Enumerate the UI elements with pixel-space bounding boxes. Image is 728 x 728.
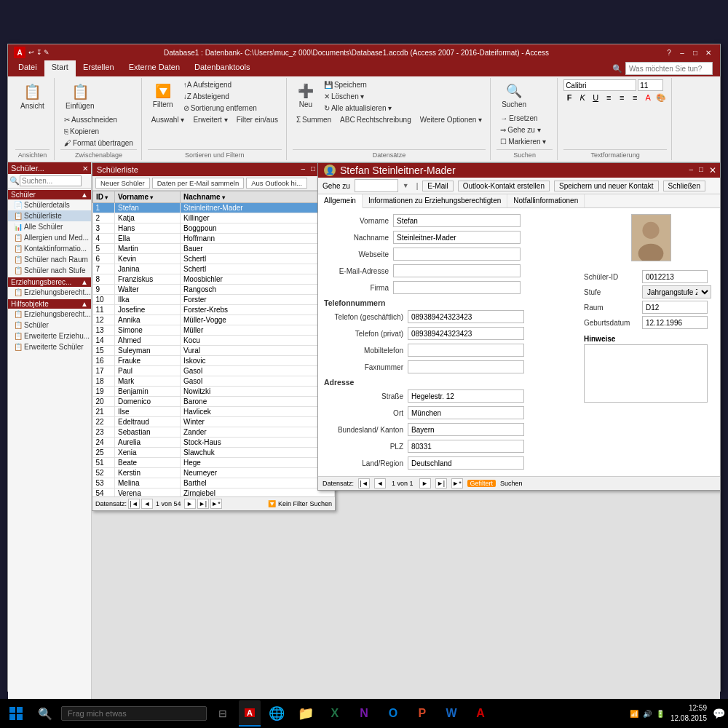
table-row[interactable]: 23 Sebastian Zander bbox=[93, 427, 335, 438]
strasse-input[interactable] bbox=[408, 389, 524, 403]
taskbar-search-icon[interactable]: 🔍 bbox=[32, 700, 58, 727]
minimize-btn[interactable]: – bbox=[676, 47, 688, 58]
table-row[interactable]: 9 Walter Rangosch bbox=[93, 285, 335, 295]
nav-item-erziehungsberecht2[interactable]: 📋 Erziehungsberecht... bbox=[8, 309, 91, 320]
align-left-button[interactable]: ≡ bbox=[603, 92, 614, 103]
new-record-btn[interactable]: ►* bbox=[210, 499, 222, 509]
aus-outlook-button[interactable]: Aus Outlook hi... bbox=[246, 178, 307, 189]
table-row[interactable]: 19 Benjamin Nowitzki bbox=[93, 387, 335, 397]
nav-item-alle-schueler[interactable]: 📊 Alle Schüler bbox=[8, 221, 91, 232]
excel-icon-btn[interactable]: X bbox=[322, 700, 348, 727]
table-row[interactable]: 7 Janina Schertl bbox=[93, 264, 335, 274]
italic-button[interactable]: K bbox=[577, 92, 588, 103]
filtern-button[interactable]: 🔽 Filtern bbox=[148, 79, 178, 114]
firma-input[interactable] bbox=[393, 281, 521, 294]
sortierung-entfernen-button[interactable]: ⊘ Sortierung entfernen bbox=[180, 103, 261, 114]
font-color-button[interactable]: A bbox=[642, 92, 654, 103]
battery-icon[interactable]: 🔋 bbox=[656, 710, 665, 718]
access-app-button[interactable]: A bbox=[239, 700, 261, 727]
table-row[interactable]: 52 Kerstin Neumeyer bbox=[93, 468, 335, 478]
nav-search-input[interactable] bbox=[20, 175, 82, 186]
goto-input[interactable] bbox=[355, 179, 398, 192]
nachname-input[interactable] bbox=[393, 231, 521, 244]
last-btn[interactable]: ►| bbox=[197, 499, 209, 509]
detail-new-btn[interactable]: ►* bbox=[451, 478, 463, 488]
tab-erstellen[interactable]: Erstellen bbox=[76, 60, 122, 76]
land-input[interactable] bbox=[408, 456, 524, 470]
email-button[interactable]: E-Mail bbox=[422, 181, 453, 191]
schueler-id-input[interactable] bbox=[642, 270, 708, 283]
schuelerliste-minimize[interactable]: – bbox=[298, 165, 307, 175]
outlook-button[interactable]: Outlook-Kontakt erstellen bbox=[458, 181, 550, 191]
erweitert-button[interactable]: Erweitert ▾ bbox=[189, 114, 231, 125]
aktualisieren-button[interactable]: ↻ Alle aktualisieren ▾ bbox=[320, 103, 395, 114]
fax-input[interactable] bbox=[408, 360, 524, 373]
table-row[interactable]: 54 Verena Zirngiebel bbox=[93, 488, 335, 497]
raum-input[interactable] bbox=[642, 301, 708, 314]
nav-section-schueler[interactable]: Schüler ▲ bbox=[8, 190, 91, 199]
tel-privat-input[interactable] bbox=[408, 327, 524, 340]
font-size-input[interactable] bbox=[638, 79, 663, 91]
bg-color-button[interactable]: 🎨 bbox=[655, 92, 667, 103]
table-row[interactable]: 21 Ilse Havlicek bbox=[93, 407, 335, 417]
close-btn[interactable]: ✕ bbox=[703, 47, 714, 58]
tab-start[interactable]: Start bbox=[44, 60, 76, 76]
word-icon-btn[interactable]: W bbox=[438, 700, 464, 727]
table-row[interactable]: 53 Melina Barthel bbox=[93, 478, 335, 488]
detail-maximize[interactable]: □ bbox=[697, 165, 705, 175]
table-row[interactable]: 6 Kevin Schertl bbox=[93, 254, 335, 264]
maximize-btn[interactable]: □ bbox=[689, 47, 701, 58]
table-row[interactable]: 3 Hans Boggpoun bbox=[93, 223, 335, 234]
absteigend-button[interactable]: ↓Z Absteigend bbox=[180, 91, 261, 102]
nav-section-erziehung[interactable]: Erziehungsberec... ▲ bbox=[8, 277, 91, 287]
markieren-button[interactable]: ☐Markieren ▾ bbox=[496, 136, 550, 147]
speichern-kontakt-button[interactable]: Speichern und neuer Kontakt bbox=[554, 181, 659, 191]
nav-section-hilfsobjekte[interactable]: Hilfsobjekte ▲ bbox=[8, 299, 91, 309]
ort-input[interactable] bbox=[408, 406, 524, 419]
start-button[interactable] bbox=[3, 700, 29, 727]
detail-minimize[interactable]: – bbox=[687, 165, 695, 175]
table-container[interactable]: ID Vorname Nachname 1 Stefan Steinleitne… bbox=[92, 191, 335, 496]
table-row[interactable]: 5 Martin Bauer bbox=[93, 244, 335, 254]
table-row[interactable]: 18 Mark Gasol bbox=[93, 376, 335, 387]
next-btn[interactable]: ► bbox=[184, 499, 196, 509]
speichern-button[interactable]: 💾 Speichern bbox=[320, 79, 395, 90]
detail-next-btn[interactable]: ► bbox=[419, 478, 431, 488]
nav-item-stufe[interactable]: 📋 Schüler nach Stufe bbox=[8, 265, 91, 276]
tab-externe-daten[interactable]: Externe Daten bbox=[122, 60, 187, 76]
schuelerliste-maximize[interactable]: □ bbox=[309, 165, 317, 175]
onenote-icon-btn[interactable]: N bbox=[351, 700, 377, 727]
suchen-button[interactable]: 🔍 Suchen bbox=[496, 79, 531, 112]
tel-geschaeftlich-input[interactable] bbox=[408, 310, 524, 323]
table-row[interactable]: 24 Aurelia Stock-Haus bbox=[93, 438, 335, 448]
gehe-zu-button[interactable]: ⇒Gehe zu ▾ bbox=[496, 124, 550, 135]
first-btn[interactable]: |◄ bbox=[128, 499, 140, 509]
table-row[interactable]: 10 Ilka Forster bbox=[93, 295, 335, 305]
table-row[interactable]: 25 Xenia Slawchuk bbox=[93, 448, 335, 458]
tab-allgemein[interactable]: Allgemein bbox=[318, 194, 363, 208]
email-sammeln-button[interactable]: Daten per E-Mail sammeln bbox=[152, 178, 244, 189]
table-row[interactable]: 13 Simone Müller bbox=[93, 325, 335, 336]
table-row[interactable]: 51 Beate Hege bbox=[93, 458, 335, 468]
plz-input[interactable] bbox=[408, 440, 524, 453]
tab-notfall[interactable]: Notfallinformationen bbox=[507, 194, 585, 207]
tab-datenbanktools[interactable]: Datenbanktools bbox=[187, 60, 257, 76]
mobil-input[interactable] bbox=[408, 344, 524, 357]
network-icon[interactable]: 📶 bbox=[630, 710, 638, 718]
detail-first-btn[interactable]: |◄ bbox=[358, 478, 370, 488]
tab-erziehungsberechtigte[interactable]: Informationen zu Erziehungsberechtigten bbox=[363, 194, 507, 207]
align-right-button[interactable]: ≡ bbox=[629, 92, 641, 103]
underline-button[interactable]: U bbox=[590, 92, 601, 103]
ausschneiden-button[interactable]: ✂ Ausschneiden bbox=[60, 114, 137, 125]
col-vorname[interactable]: Vorname bbox=[115, 191, 181, 203]
detail-last-btn[interactable]: ►| bbox=[435, 478, 447, 488]
schliessen-button[interactable]: Schließen bbox=[663, 181, 705, 191]
nav-item-schuelerliste[interactable]: 📋 Schülerliste bbox=[8, 210, 91, 221]
kopieren-button[interactable]: ⎘ Kopieren bbox=[60, 126, 137, 137]
ersetzen-button[interactable]: →Ersetzen bbox=[496, 113, 550, 124]
prev-btn[interactable]: ◄ bbox=[141, 499, 153, 509]
einfuegen-button[interactable]: 📋 Einfügen bbox=[60, 79, 99, 114]
volume-icon[interactable]: 🔊 bbox=[643, 710, 652, 718]
table-row[interactable]: 16 Frauke Iskovic bbox=[93, 356, 335, 366]
neuer-schueler-button[interactable]: Neuer Schüler bbox=[95, 178, 150, 189]
